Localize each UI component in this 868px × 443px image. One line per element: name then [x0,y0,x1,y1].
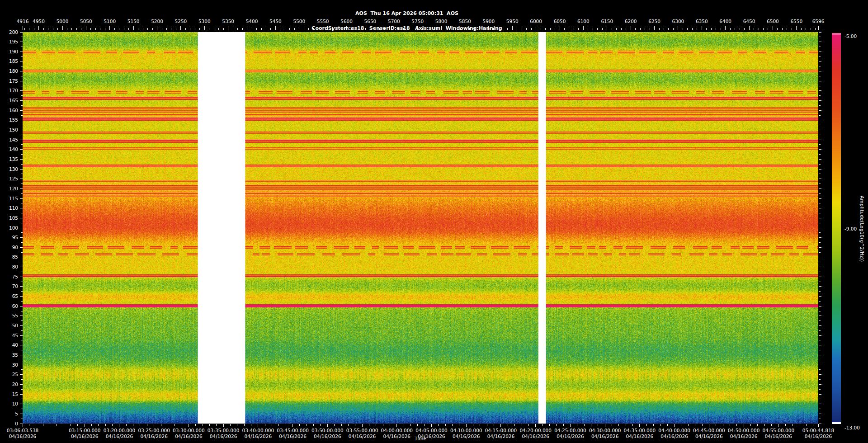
time-tick-minor [487,424,487,426]
time-tick-label: 04:50:00.000 [728,428,760,433]
frequency-tick-major [20,130,23,130]
time-tick-minor [549,424,550,426]
record-tick-major [62,26,63,30]
date-label: 04/16/2026 [279,434,307,439]
record-tick-minor [650,28,650,30]
frequency-tick-minor-right [819,282,821,282]
frequency-tick-major-right [819,90,821,91]
frequency-tick-minor-right [819,66,821,66]
time-tick-major [778,424,778,427]
spectrogram-viewer: AOS Thu 16 Apr 2026 05:00:31 AOS CoordSy… [0,0,868,443]
frequency-tick-minor-right [819,95,821,96]
time-tick-label: 03:30:00.000 [173,428,205,433]
frequency-tick-major [20,247,23,248]
frequency-tick-major [20,71,23,71]
frequency-tick-major-right [819,110,821,111]
frequency-tick-minor-right [819,105,821,106]
time-tick-minor [730,424,730,426]
frequency-tick-major [20,140,23,140]
record-tick-major [818,26,819,30]
record-tick-major [157,26,157,30]
time-tick-minor [320,424,321,426]
frequency-tick-major-right [819,306,821,306]
frequency-tick-minor [21,282,23,282]
record-tick-minor [403,28,404,30]
record-tick-minor [683,28,683,30]
time-tick-minor [459,424,459,426]
frequency-tick-major [20,110,23,111]
record-tick-minor [484,28,484,30]
frequency-tick-minor [21,242,23,243]
record-tick-minor [162,28,162,30]
time-tick-major [744,424,744,427]
time-tick-minor [508,424,508,426]
time-tick-minor [438,424,439,426]
record-tick-major [583,26,584,30]
frequency-tick-minor [21,419,23,419]
time-tick-major [154,424,154,427]
frequency-tick-major-right [819,345,821,345]
frequency-tick-minor-right [819,242,821,243]
record-tick-minor [147,28,148,30]
record-tick-major [607,26,607,30]
frequency-tick-major [20,120,23,120]
record-tick-minor [356,28,356,30]
time-tick-major [535,424,536,427]
date-label: 04/16/2026 [805,434,832,439]
frequency-tick-minor-right [819,360,821,360]
frequency-tick-major [20,42,23,42]
record-tick-minor [706,28,707,30]
time-tick-minor [175,424,175,426]
time-tick-major [119,424,119,427]
record-tick-minor [687,28,688,30]
frequency-tick-label: 165 [1,98,18,103]
frequency-tick-label: 105 [1,216,18,221]
frequency-tick-label: 30 [1,363,18,368]
frequency-tick-minor [21,399,23,399]
time-tick-minor [632,424,633,426]
record-tick-major [417,26,418,30]
record-tick-minor [806,28,806,30]
record-tick-minor [635,28,636,30]
spectrogram-canvas[interactable] [23,32,818,424]
frequency-tick-major [20,81,23,81]
time-tick-major [189,424,189,427]
frequency-tick-major-right [819,267,821,267]
record-tick-label: 5500 [293,19,305,24]
frequency-tick-label: 130 [1,167,18,172]
time-tick-minor [237,424,237,426]
time-tick-minor [230,424,231,426]
frequency-tick-major-right [819,52,821,52]
time-tick-minor [736,424,737,426]
frequency-tick-label: 95 [1,235,18,240]
record-tick-minor [81,28,81,30]
frequency-tick-label: 25 [1,372,18,377]
record-tick-major [370,26,370,30]
time-tick-minor [168,424,168,426]
record-tick-minor [218,28,219,30]
time-tick-label: 03:55:00.000 [346,428,378,433]
frequency-tick-major-right [819,120,821,120]
record-tick-label: 5000 [57,19,69,24]
frequency-tick-major [20,100,23,101]
frequency-tick-minor-right [819,389,821,390]
time-tick-major [639,424,640,427]
time-tick-label: 04:15:00.000 [485,428,517,433]
frequency-tick-major [20,296,23,297]
frequency-tick-minor [21,135,23,135]
time-tick-label: 03:20:00.000 [104,428,136,433]
frequency-tick-minor [21,232,23,233]
time-tick-minor [299,424,300,426]
frequency-tick-major-right [819,61,821,61]
record-tick-minor [67,28,67,30]
record-tick-minor [711,28,712,30]
time-tick-minor [799,424,799,426]
record-tick-major [512,26,513,30]
record-tick-minor [308,28,309,30]
frequency-tick-minor [21,350,23,350]
frequency-tick-minor-right [819,125,821,125]
record-tick-minor [351,28,352,30]
time-tick-minor [203,424,203,426]
record-tick-minor [479,28,479,30]
frequency-tick-major-right [819,325,821,326]
